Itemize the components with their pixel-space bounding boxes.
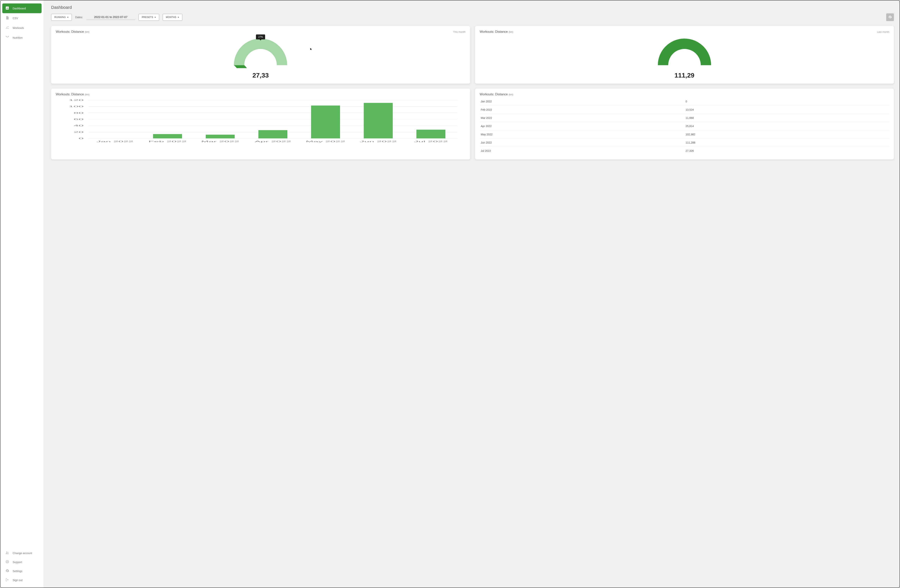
svg-point-6 bbox=[8, 552, 8, 552]
sidebar-top: Dashboard CSV Workouts Nutrition bbox=[2, 3, 42, 549]
bar-chart-icon bbox=[5, 6, 9, 11]
gauge-card-last-month: Workouts: Distance (km) Last month 111,2… bbox=[475, 26, 894, 84]
card-title: Workouts: Distance (km) bbox=[480, 93, 889, 96]
people-icon bbox=[5, 551, 9, 555]
card-title: Workouts: Distance (km) bbox=[480, 30, 514, 34]
signout-icon bbox=[5, 578, 9, 582]
gauge-tooltip: 27% bbox=[256, 34, 265, 39]
card-title-unit: (km) bbox=[85, 93, 90, 96]
swimmer-icon bbox=[5, 26, 9, 30]
card-badge: Last month bbox=[877, 31, 889, 33]
toolbar: RUNNING Dates: 2022-01-01 to 2022-07-07 … bbox=[51, 13, 894, 21]
card-title-text: Workouts: Distance bbox=[480, 93, 508, 96]
table-cell-label: Feb 2022 bbox=[480, 106, 684, 114]
bar[interactable] bbox=[311, 105, 340, 138]
sidebar-item-nutrition[interactable]: Nutrition bbox=[2, 33, 42, 42]
table-cell-label: May 2022 bbox=[480, 130, 684, 139]
table-cell-value: 11,668 bbox=[684, 114, 889, 122]
bar[interactable] bbox=[206, 135, 235, 138]
svg-text:80: 80 bbox=[74, 112, 84, 114]
cursor-icon bbox=[310, 48, 312, 51]
svg-text:Jun 2022: Jun 2022 bbox=[360, 140, 397, 142]
sidebar-item-settings[interactable]: Settings bbox=[2, 566, 42, 576]
table-cell-label: Jun 2022 bbox=[480, 139, 684, 147]
svg-text:Jan 2022: Jan 2022 bbox=[96, 140, 133, 142]
activity-dropdown[interactable]: RUNNING bbox=[51, 14, 72, 21]
gauge-last-month bbox=[480, 36, 889, 68]
table-row: May 2022102,982 bbox=[480, 130, 889, 139]
app-root: Dashboard CSV Workouts Nutrition bbox=[0, 0, 900, 588]
dates-label: Dates: bbox=[75, 16, 83, 19]
bar[interactable] bbox=[153, 134, 182, 138]
dates-input[interactable]: 2022-01-01 to 2022-07-07 bbox=[86, 14, 135, 20]
bar[interactable] bbox=[258, 130, 287, 138]
months-dropdown[interactable]: MONTHS bbox=[163, 14, 182, 21]
sidebar-item-change-account[interactable]: Change account bbox=[2, 549, 42, 557]
svg-text:Apr 2022: Apr 2022 bbox=[254, 140, 291, 142]
card-title-unit: (km) bbox=[509, 93, 513, 96]
distance-table: Jan 20220Feb 202213,524Mar 202211,668Apr… bbox=[480, 97, 889, 155]
svg-text:Mar 2022: Mar 2022 bbox=[201, 140, 239, 142]
table-cell-label: Apr 2022 bbox=[480, 122, 684, 130]
card-title: Workouts: Distance (km) bbox=[56, 93, 466, 96]
life-ring-icon bbox=[5, 560, 9, 564]
sidebar-item-label: Settings bbox=[12, 569, 22, 573]
card-title-text: Workouts: Distance bbox=[480, 30, 508, 34]
bar[interactable] bbox=[416, 130, 445, 138]
sidebar-item-label: Sign out bbox=[12, 579, 22, 582]
gauge-this-month: 27% bbox=[56, 36, 466, 68]
card-title-text: Workouts: Distance bbox=[56, 30, 84, 34]
sidebar-item-signout[interactable]: Sign out bbox=[2, 576, 42, 585]
utensils-icon bbox=[5, 36, 9, 40]
table-cell-value: 27,326 bbox=[684, 147, 889, 155]
table-cell-label: Jul 2022 bbox=[480, 147, 684, 155]
table-cell-label: Jan 2022 bbox=[480, 97, 684, 106]
presets-label: PRESETS bbox=[142, 16, 153, 19]
svg-text:Jul 2022: Jul 2022 bbox=[414, 140, 448, 142]
svg-rect-2 bbox=[7, 8, 8, 9]
table-row: Jul 202227,326 bbox=[480, 147, 889, 155]
svg-rect-3 bbox=[8, 8, 8, 9]
svg-point-4 bbox=[8, 26, 8, 27]
months-label: MONTHS bbox=[166, 16, 177, 19]
table-cell-value: 13,524 bbox=[684, 106, 889, 114]
card-badge: This month bbox=[453, 31, 466, 33]
gauge-svg bbox=[655, 36, 714, 68]
bar[interactable] bbox=[364, 103, 393, 138]
svg-point-5 bbox=[6, 552, 7, 552]
gauge-card-this-month: Workouts: Distance (km) This month 27% 2… bbox=[51, 26, 470, 84]
settings-button[interactable] bbox=[886, 13, 894, 21]
svg-text:120: 120 bbox=[68, 99, 84, 101]
page-title: Dashboard bbox=[51, 5, 894, 10]
table-row: Jan 20220 bbox=[480, 97, 889, 106]
svg-text:40: 40 bbox=[74, 124, 84, 127]
main-content: Dashboard RUNNING Dates: 2022-01-01 to 2… bbox=[43, 0, 900, 588]
svg-text:May 2022: May 2022 bbox=[306, 140, 345, 142]
sidebar-item-csv[interactable]: CSV bbox=[2, 13, 42, 23]
table-cell-value: 111,288 bbox=[684, 139, 889, 147]
table-card: Workouts: Distance (km) Jan 20220Feb 202… bbox=[475, 89, 894, 159]
gear-icon bbox=[888, 15, 892, 20]
table-row: Jun 2022111,288 bbox=[480, 139, 889, 147]
card-title-unit: (km) bbox=[509, 31, 513, 33]
svg-text:0: 0 bbox=[79, 137, 84, 139]
file-icon bbox=[5, 16, 9, 20]
sidebar-bottom: Change account Support Settings Sign out bbox=[2, 549, 42, 585]
sidebar-item-workouts[interactable]: Workouts bbox=[2, 23, 42, 33]
gauge-value: 27,33 bbox=[56, 71, 466, 79]
gauge-svg bbox=[231, 36, 290, 68]
sidebar-item-support[interactable]: Support bbox=[2, 557, 42, 566]
presets-dropdown[interactable]: PRESETS bbox=[138, 14, 159, 21]
svg-text:20: 20 bbox=[74, 131, 84, 133]
sidebar-item-dashboard[interactable]: Dashboard bbox=[2, 3, 42, 13]
card-title: Workouts: Distance (km) bbox=[56, 30, 90, 34]
cards-grid: Workouts: Distance (km) This month 27% 2… bbox=[51, 26, 894, 159]
svg-rect-1 bbox=[6, 8, 7, 9]
table-cell-value: 0 bbox=[684, 97, 889, 106]
sidebar-item-label: Dashboard bbox=[12, 7, 26, 10]
svg-text:60: 60 bbox=[74, 118, 84, 121]
sidebar-item-label: Workouts bbox=[12, 26, 24, 29]
gear-icon bbox=[5, 569, 9, 573]
svg-text:100: 100 bbox=[68, 105, 84, 108]
sidebar: Dashboard CSV Workouts Nutrition bbox=[0, 0, 43, 588]
